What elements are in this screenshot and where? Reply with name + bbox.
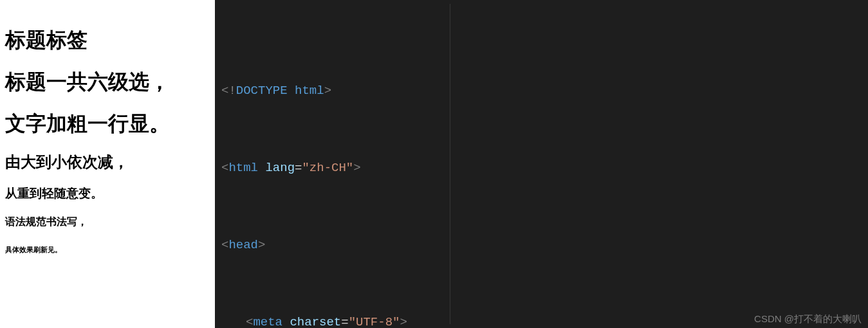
code-line: <!DOCTYPE html> [221, 81, 868, 100]
watermark-text: CSDN @打不着的大喇叭 [754, 313, 862, 325]
code-editor[interactable]: <!DOCTYPE html> <html lang="zh-CH"> <hea… [215, 0, 868, 328]
preview-h4: 语法规范书法写， [5, 215, 210, 229]
indent-guide [450, 4, 450, 324]
preview-h1: 标题标签 [5, 26, 210, 55]
code-line: <html lang="zh-CH"> [221, 158, 868, 178]
code-line: <head> [221, 235, 868, 255]
preview-h2: 由大到小依次减， [5, 152, 210, 172]
preview-h6: 具体效果刷新见。 [5, 245, 210, 255]
preview-h1: 标题一共六级选， [5, 68, 210, 96]
preview-h3: 从重到轻随意变。 [5, 185, 210, 202]
preview-h1: 文字加粗一行显。 [5, 110, 210, 138]
browser-preview-pane: 标题标签 标题一共六级选， 文字加粗一行显。 由大到小依次减， 从重到轻随意变。… [0, 0, 215, 328]
